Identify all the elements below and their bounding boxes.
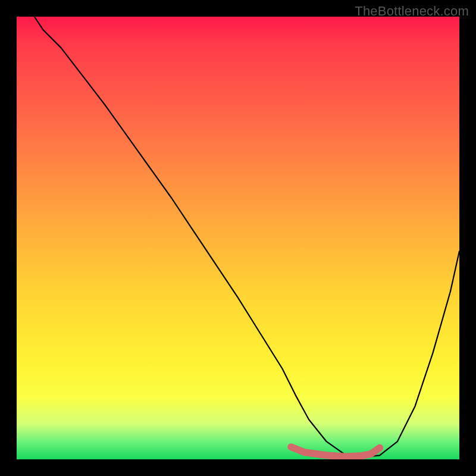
bottleneck-curve	[35, 17, 459, 457]
chart-svg	[17, 17, 459, 459]
watermark: TheBottleneck.com	[355, 4, 469, 19]
chart-area	[17, 17, 459, 459]
